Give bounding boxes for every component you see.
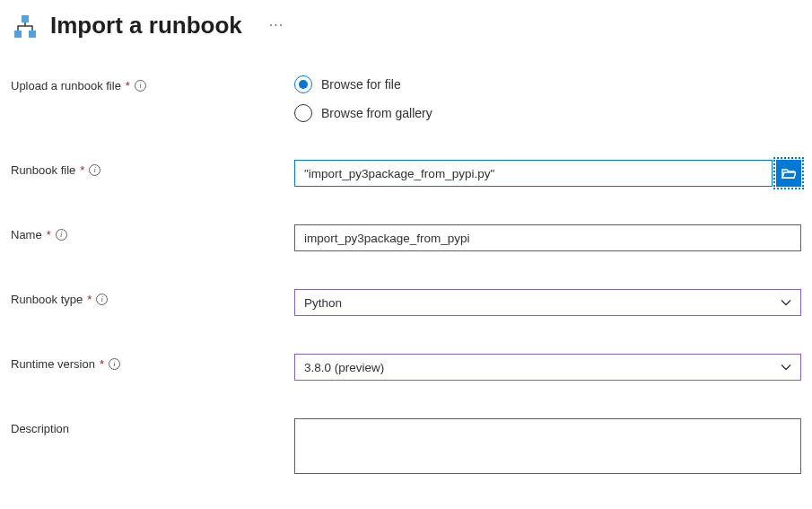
radio-circle-icon: [294, 104, 312, 122]
required-asterisk: *: [80, 163, 84, 177]
runbook-type-select[interactable]: Python: [294, 289, 801, 316]
runbook-hierarchy-icon: [11, 13, 39, 41]
svg-rect-0: [22, 15, 29, 22]
browse-file-button[interactable]: [776, 160, 801, 187]
name-field: [294, 224, 801, 251]
row-runbook-file: Runbook file * i: [11, 160, 801, 187]
runtime-version-select[interactable]: 3.8.0 (preview): [294, 354, 801, 381]
required-asterisk: *: [100, 357, 104, 371]
chevron-down-icon: [781, 361, 791, 374]
info-icon[interactable]: i: [89, 164, 100, 176]
folder-open-icon: [781, 167, 796, 180]
more-actions-button[interactable]: ···: [269, 17, 284, 33]
info-icon[interactable]: i: [135, 80, 146, 92]
label-runbook-type: Runbook type * i: [11, 289, 294, 306]
required-asterisk: *: [126, 79, 130, 92]
required-asterisk: *: [47, 228, 51, 241]
info-icon[interactable]: i: [96, 294, 108, 305]
label-text: Name: [11, 228, 42, 241]
svg-rect-1: [14, 31, 22, 38]
runbook-type-field: Python: [294, 289, 801, 316]
description-field: [294, 418, 801, 477]
select-value: 3.8.0 (preview): [304, 361, 384, 374]
runbook-file-input[interactable]: [294, 160, 773, 187]
radio-label: Browse from gallery: [321, 106, 432, 120]
label-description: Description: [11, 418, 294, 435]
row-runbook-type: Runbook type * i Python: [11, 289, 801, 316]
row-description: Description: [11, 418, 801, 477]
radio-circle-icon: [294, 75, 312, 93]
label-text: Runtime version: [11, 357, 95, 371]
label-runbook-file: Runbook file * i: [11, 160, 294, 177]
page-title: Import a runbook: [50, 12, 242, 39]
label-text: Runbook file: [11, 163, 75, 177]
required-asterisk: *: [87, 293, 92, 306]
label-text: Upload a runbook file: [11, 79, 121, 92]
runtime-version-field: 3.8.0 (preview): [294, 354, 801, 381]
svg-rect-2: [29, 31, 36, 38]
select-value: Python: [304, 296, 342, 310]
info-icon[interactable]: i: [109, 358, 120, 370]
radio-browse-file[interactable]: Browse for file: [294, 75, 801, 93]
label-text: Description: [11, 422, 69, 435]
chevron-down-icon: [781, 296, 791, 310]
info-icon[interactable]: i: [56, 229, 67, 241]
page-header: Import a runbook ···: [11, 9, 801, 41]
row-upload-source: Upload a runbook file * i Browse for fil…: [11, 75, 801, 122]
label-runtime-version: Runtime version * i: [11, 354, 294, 371]
row-runtime-version: Runtime version * i 3.8.0 (preview): [11, 354, 801, 381]
label-text: Runbook type: [11, 293, 83, 306]
description-textarea[interactable]: [294, 418, 801, 474]
radio-label: Browse for file: [321, 77, 401, 92]
label-upload-source: Upload a runbook file * i: [11, 75, 294, 92]
radio-browse-gallery[interactable]: Browse from gallery: [294, 104, 801, 122]
name-input[interactable]: [294, 224, 801, 251]
label-name: Name * i: [11, 224, 294, 241]
runbook-file-field: [294, 160, 801, 187]
row-name: Name * i: [11, 224, 801, 251]
upload-source-radio-group: Browse for file Browse from gallery: [294, 75, 801, 122]
